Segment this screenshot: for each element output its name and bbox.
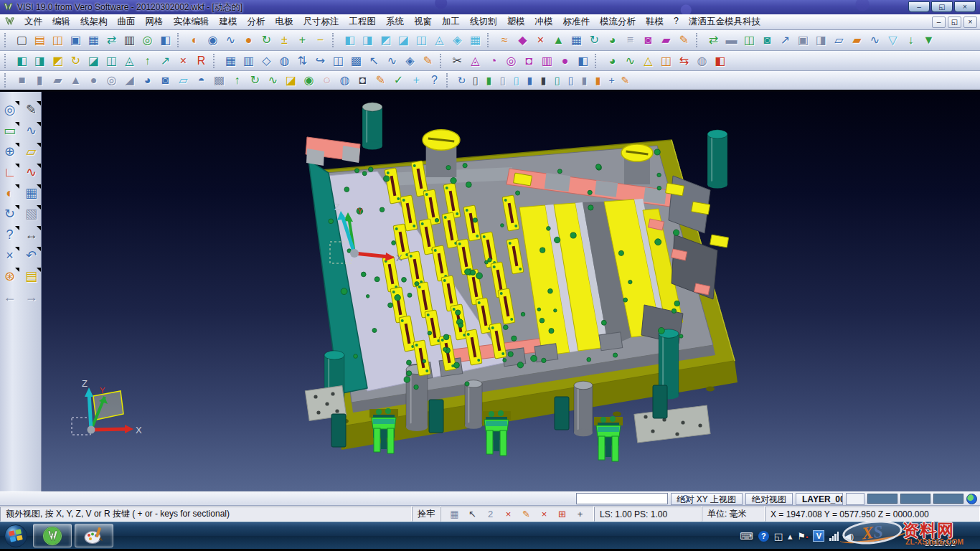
cone-solid-icon[interactable]: ▲ [67,72,85,89]
walk-analysis-icon[interactable]: ▲ [550,32,567,49]
refresh-layers-icon[interactable]: ↻ [455,72,468,89]
star-surface-icon[interactable]: ◈ [448,32,466,49]
analyze-shade-icon[interactable]: ◕ [603,52,621,70]
profile-curve-icon[interactable]: ∿ [866,32,884,49]
color-swatch-2[interactable] [900,494,930,504]
menu-item-3[interactable]: 线架构 [75,14,113,29]
toolbar-grip[interactable] [4,73,11,88]
edit-entity-icon[interactable]: ✎ [518,507,534,521]
undo-icon[interactable]: ↶ [22,246,41,265]
mesh-grid-icon[interactable]: ▩ [347,52,365,70]
copy-icon[interactable]: ▱ [830,32,848,49]
restore-document-button[interactable]: ◱ [948,17,961,28]
layer-pick-icon[interactable]: ✎ [618,72,632,89]
menu-item-19[interactable]: 模流分析 [595,14,641,29]
cavity-tool-icon[interactable]: ◪ [282,72,300,89]
color-face-icon[interactable]: ◩ [49,52,67,70]
absolute-view-button[interactable]: 绝对视图 [745,493,793,505]
sweep-surface-icon[interactable]: ◨ [359,32,377,49]
menu-item-16[interactable]: 塑模 [502,14,530,29]
save-as-icon[interactable]: ▦ [85,32,103,49]
navigate-tools-icon[interactable]: ⊛ [1,267,19,286]
spline-edit-icon[interactable]: ∿ [22,163,41,182]
swap-bodies-icon[interactable]: ⇄ [705,32,722,49]
facet-face-icon[interactable]: ◇ [258,52,275,70]
color-swatch-3[interactable] [933,494,963,504]
open-document-icon[interactable]: ▤ [22,267,41,286]
close-document-button[interactable]: × [963,17,977,28]
menu-item-1[interactable]: 文件 [19,14,47,29]
drive-surface-icon[interactable]: ◩ [377,32,395,49]
n-surface-icon[interactable]: ▦ [466,32,484,49]
wcs-axes-icon[interactable]: ∟ [1,163,19,182]
ruled-surface-icon[interactable]: ◪ [395,32,413,49]
profile-tool-icon[interactable]: ▱ [22,142,41,161]
toolbar-grip[interactable] [213,54,220,68]
toolbar-grip[interactable] [696,33,702,47]
hide-entities-icon[interactable]: − [311,32,329,49]
layer-plus-minus-icon[interactable]: ± [275,32,293,49]
modify-erase-icon[interactable]: ✎ [22,100,41,119]
pick-hand-icon[interactable]: ✎ [419,52,437,70]
frame-edit-icon[interactable]: ▥ [240,52,258,70]
layer-light-icon[interactable]: ▯ [564,72,578,89]
viewport-3d[interactable]: Z X Y Z X Y [42,92,980,491]
thickness-check-icon[interactable]: ◫ [657,52,675,70]
dome-mesh-icon[interactable]: ◍ [275,52,293,70]
solid-info-icon[interactable]: ? [425,72,443,89]
toolbar-grip[interactable] [487,33,494,47]
flip-normal-icon[interactable]: ↻ [585,32,603,49]
previous-view-icon[interactable]: ← [1,288,19,306]
save-icon[interactable]: ▣ [67,32,85,49]
open-file-icon[interactable]: ▤ [31,32,49,49]
menu-item-17[interactable]: 冲模 [530,14,558,29]
menu-item-21[interactable]: ? [669,14,684,29]
menu-item-10[interactable]: 尺寸标注 [298,14,344,29]
surface-unfold-icon[interactable]: ◬ [430,32,448,49]
menu-item-8[interactable]: 分析 [242,14,270,29]
menu-item-14[interactable]: 加工 [437,14,465,29]
help-icon[interactable]: ? [1,225,19,244]
thicken-face-icon[interactable]: ◘ [520,52,538,70]
zoom-window-icon[interactable]: ◎ [1,100,19,119]
open-model-icon[interactable]: ◫ [49,32,67,49]
block-tool-icon[interactable]: ▰ [657,32,675,49]
sheet-solid-icon[interactable]: ▱ [174,72,192,89]
toolbar-grip[interactable] [440,54,446,68]
layer-outline-icon[interactable]: ▯ [496,72,509,89]
restore-window-button[interactable]: ◱ [931,1,953,12]
prism-solid-icon[interactable]: ▰ [49,72,67,89]
save-image-icon[interactable]: ▦ [567,32,585,49]
shell-body-icon[interactable]: ◪ [85,52,103,70]
xray-view-icon[interactable]: ◍ [693,52,711,70]
extract-face-icon[interactable]: ◬ [121,52,138,70]
view-file-icon[interactable]: ◉ [204,32,222,49]
start-button[interactable] [1,523,30,549]
window-popup-icon[interactable]: ◱ [774,531,783,542]
search-box[interactable] [576,493,668,504]
regen-icon[interactable]: ↻ [1,204,19,223]
boss-tool-icon[interactable]: ● [556,52,574,70]
layer-wire-icon[interactable]: ▮ [578,72,591,89]
pull-surface-icon[interactable]: ↖ [365,52,383,70]
draft-angle-icon[interactable]: △ [639,52,657,70]
menu-item-5[interactable]: 网格 [141,14,169,29]
wedge-solid-icon[interactable]: ◢ [121,72,138,89]
layer-hidden-icon[interactable]: ▯ [509,72,523,89]
menu-item-13[interactable]: 视窗 [409,14,437,29]
show-hidden-icons[interactable]: ▴ [788,531,793,542]
bend-surface-icon[interactable]: ∿ [383,52,401,70]
morph-face-icon[interactable]: ◬ [466,52,484,70]
sweep-solid-icon[interactable]: ∿ [264,72,282,89]
layer-blank-icon[interactable]: ▯ [468,72,482,89]
offset-face-icon[interactable]: ◎ [502,52,520,70]
validate-solid-icon[interactable]: ✓ [390,72,407,89]
layer-selector[interactable]: LAYER_00 [796,493,843,505]
layer-filled-icon[interactable]: ▮ [523,72,537,89]
layer-dark-icon[interactable]: ▮ [537,72,550,89]
network-icon[interactable] [829,532,839,541]
paste-icon[interactable]: ▰ [848,32,866,49]
lift-face-icon[interactable]: ↑ [138,52,156,70]
unite-solids-icon[interactable]: ◉ [300,72,318,89]
attributes-palette-icon[interactable]: ◐ [186,32,204,49]
